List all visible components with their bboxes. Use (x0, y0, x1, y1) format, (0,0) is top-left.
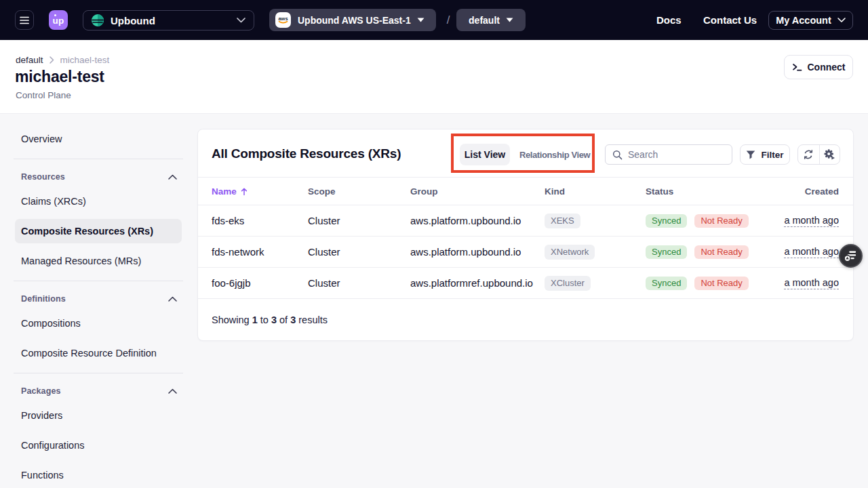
cell-kind: XEKS (545, 214, 646, 228)
chevron-right-icon (50, 56, 54, 64)
page-subtitle: Control Plane (16, 90, 71, 100)
auto-refresh-settings-button[interactable] (819, 145, 840, 164)
breadcrumb-parent[interactable]: default (16, 55, 43, 65)
sidebar-section-resources[interactable]: Resources (15, 170, 182, 184)
my-account-button[interactable]: My Account (768, 11, 853, 30)
filter-funnel-icon (746, 150, 755, 159)
cell-status: SyncedNot Ready (646, 245, 772, 259)
table-row-fds-eks[interactable]: fds-eks Cluster aws.platform.upbound.io … (198, 205, 853, 236)
chevron-up-icon (168, 296, 177, 302)
status-badge-synced: Synced (646, 214, 687, 228)
table-row-fds-network[interactable]: fds-network Cluster aws.platform.upbound… (198, 236, 853, 267)
cell-created: a month ago (772, 215, 839, 227)
cell-scope: Cluster (308, 215, 410, 226)
sidebar-item-managed-resources-mrs[interactable]: Managed Resources (MRs) (15, 249, 182, 273)
filter-label: Filter (761, 150, 783, 160)
table-summary: Showing 1 to 3 of 3 results (198, 298, 853, 340)
resources-card: All Composite Resources (XRs) List View … (197, 129, 854, 341)
contact-us-link[interactable]: Contact Us (703, 0, 757, 40)
column-header-status[interactable]: Status (646, 186, 772, 197)
created-timestamp[interactable]: a month ago (784, 246, 839, 258)
refresh-button[interactable] (798, 145, 819, 164)
cell-kind: XNetwork (545, 245, 646, 260)
hamburger-menu-button[interactable] (15, 10, 34, 30)
relationship-view-tab[interactable]: Relationship View (519, 144, 590, 165)
cell-name: foo-6jgjb (212, 277, 308, 289)
column-header-name[interactable]: Name (212, 186, 308, 197)
sidebar-nav: Overview Resources Claims (XRCs)Composit… (0, 114, 197, 488)
my-account-label: My Account (776, 15, 831, 26)
cell-name: fds-eks (212, 215, 308, 226)
sidebar-section-packages[interactable]: Packages (15, 384, 182, 398)
summary-text: results (298, 314, 328, 325)
summary-from: 1 (252, 314, 258, 325)
column-header-created[interactable]: Created (772, 186, 839, 197)
docs-link[interactable]: Docs (656, 0, 682, 40)
kind-badge: XEKS (545, 214, 580, 228)
control-plane-name: Upbound AWS US-East-1 (298, 15, 411, 26)
topbar: up Upbound aws Upbound AWS US-East-1 / d… (0, 0, 868, 40)
chevron-up-icon (168, 174, 177, 180)
org-avatar (92, 14, 104, 26)
table-header: Name Scope Group Kind Status Created (198, 178, 853, 205)
organization-select[interactable]: Upbound (83, 10, 254, 30)
sidebar-item-overview[interactable]: Overview (15, 127, 182, 151)
cell-status: SyncedNot Ready (646, 214, 772, 228)
control-plane-switcher[interactable]: aws Upbound AWS US-East-1 (269, 9, 436, 31)
sidebar-divider (14, 373, 183, 373)
sidebar-item-composite-resources-xrs[interactable]: Composite Resources (XRs) (15, 219, 182, 243)
group-switcher[interactable]: default (456, 9, 526, 31)
status-badge-synced: Synced (646, 277, 687, 290)
card-title: All Composite Resources (XRs) (212, 129, 401, 178)
column-header-scope[interactable]: Scope (308, 186, 410, 197)
status-badge-not-ready: Not Ready (694, 277, 748, 290)
created-timestamp[interactable]: a month ago (784, 277, 839, 289)
changelog-icon (844, 249, 858, 263)
notifications-widget-button[interactable] (839, 244, 863, 268)
breadcrumb: default michael-test (16, 55, 109, 65)
kind-badge: XCluster (545, 276, 591, 291)
kind-badge: XNetwork (545, 245, 595, 260)
logo-text: up (53, 16, 64, 26)
page-header: default michael-test michael-test Contro… (0, 40, 868, 114)
summary-to: 3 (271, 314, 277, 325)
summary-total: 3 (290, 314, 296, 325)
cell-created: a month ago (772, 246, 839, 258)
sidebar-item-configurations[interactable]: Configurations (15, 433, 182, 458)
status-badge-synced: Synced (646, 245, 687, 259)
column-header-kind[interactable]: Kind (545, 186, 646, 197)
search-box (605, 144, 732, 165)
sidebar-item-composite-resource-definition[interactable]: Composite Resource Definition (15, 341, 182, 365)
search-input[interactable] (628, 149, 725, 160)
table-body: fds-eks Cluster aws.platform.upbound.io … (198, 205, 853, 298)
column-header-group[interactable]: Group (410, 186, 545, 197)
sidebar-section-label: Resources (21, 172, 65, 182)
sidebar-divider (14, 281, 183, 281)
cell-scope: Cluster (308, 277, 410, 289)
table-row-foo-6jgjb[interactable]: foo-6jgjb Cluster aws.platformref.upboun… (198, 267, 853, 298)
cell-group: aws.platform.upbound.io (410, 215, 545, 226)
chevron-down-icon (237, 18, 245, 23)
created-timestamp[interactable]: a month ago (784, 215, 839, 227)
sidebar-item-functions[interactable]: Functions (15, 463, 182, 487)
sort-ascending-icon (240, 187, 248, 196)
status-badge-not-ready: Not Ready (694, 214, 748, 228)
refresh-button-group (797, 144, 840, 165)
list-view-tab[interactable]: List View (460, 144, 510, 165)
cell-status: SyncedNot Ready (646, 277, 772, 290)
sidebar-section-definitions[interactable]: Definitions (15, 292, 182, 306)
caret-down-icon (417, 18, 425, 22)
chevron-up-icon (168, 388, 177, 394)
sidebar-item-providers[interactable]: Providers (15, 403, 182, 428)
upbound-logo[interactable]: up (49, 10, 68, 30)
card-header: All Composite Resources (XRs) List View … (198, 129, 853, 178)
chevron-down-icon (837, 18, 846, 23)
connect-button[interactable]: Connect (784, 55, 853, 79)
organization-name: Upbound (111, 15, 155, 26)
sidebar-item-claims-xrcs[interactable]: Claims (XRCs) (15, 189, 182, 214)
status-badge-not-ready: Not Ready (694, 245, 748, 259)
sidebar-item-compositions[interactable]: Compositions (15, 311, 182, 336)
filter-button[interactable]: Filter (740, 144, 790, 165)
breadcrumb-current: michael-test (60, 55, 110, 65)
refresh-icon (803, 149, 814, 160)
